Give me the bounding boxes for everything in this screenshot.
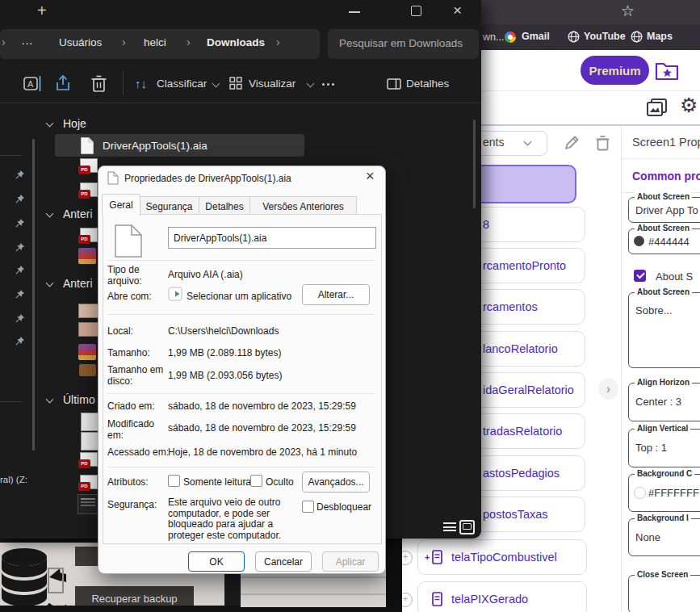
file-icon-image[interactable] (78, 304, 99, 318)
screen-item[interactable]: + telaTipoCombustivel (417, 539, 587, 575)
details-button-label[interactable]: Detalhes (406, 78, 449, 90)
file-icon-thumbnail[interactable] (78, 494, 99, 514)
opens-with-value: Selecionar um aplicativo (187, 291, 291, 302)
location-label: Local: (107, 325, 133, 337)
new-tab-button[interactable]: + (37, 2, 47, 20)
delete-trash-icon[interactable] (595, 135, 610, 152)
created-value: sábado, 18 de novembro de 2023, 15:29:59 (168, 400, 356, 412)
pin-icon[interactable] (15, 194, 25, 204)
pin-icon[interactable] (15, 170, 25, 180)
more-options-icon[interactable] (322, 83, 334, 86)
settings-gear-icon[interactable]: ⚙ (680, 94, 698, 117)
property-field-about-title[interactable]: About Screen Driver App To (628, 197, 700, 223)
breadcrumb-ellipsis[interactable]: … (21, 33, 33, 47)
color-swatch-dark (634, 236, 644, 246)
property-field-background-image[interactable]: Background I None (628, 518, 700, 556)
pin-icon[interactable] (15, 313, 25, 324)
divider (107, 393, 375, 394)
file-icon-document[interactable] (81, 413, 99, 431)
file-icon-box[interactable] (79, 364, 96, 376)
google-icon-center (508, 35, 513, 40)
property-field-close-screen[interactable]: Close Screen (628, 575, 700, 612)
breadcrumb-item-usuarios[interactable]: Usuários (59, 36, 102, 48)
sort-button-label[interactable]: Classificar (157, 78, 207, 90)
list-view-icon[interactable] (443, 522, 456, 532)
pin-icon[interactable] (15, 218, 25, 228)
close-button[interactable]: × (453, 2, 462, 19)
pin-icon[interactable] (15, 242, 25, 253)
navpane-divider (0, 401, 22, 402)
bookmark-item-youtube[interactable]: YouTube (584, 31, 626, 42)
property-field-about-description[interactable]: About Screen Sobre... (628, 292, 700, 368)
opens-with-label: Abre com: (107, 291, 152, 302)
group-collapse-icon[interactable] (46, 210, 54, 218)
filelist-scrollbar[interactable] (473, 119, 476, 208)
file-icon-pdf[interactable]: PD (78, 452, 98, 470)
bookmark-star-icon[interactable]: ☆ (621, 2, 635, 20)
unblock-checkbox[interactable] (302, 501, 314, 513)
file-icon-pdf[interactable]: PD (78, 228, 98, 245)
panel-vertical-divider (621, 126, 622, 612)
file-icon-archive[interactable] (78, 344, 96, 360)
property-field-align-horizontal[interactable]: Align Horizon Center : 3 (628, 383, 700, 421)
cancel-button[interactable]: Cancelar (255, 551, 312, 572)
view-button-label[interactable]: Visualizar (249, 78, 296, 90)
gallery-icon[interactable] (646, 98, 668, 118)
navpane-divider (0, 155, 22, 156)
pin-icon[interactable] (15, 336, 25, 346)
group-collapse-icon[interactable] (46, 279, 54, 287)
file-type-icon (114, 224, 143, 258)
group-header-today[interactable]: Hoje (63, 117, 86, 130)
file-icon-image[interactable] (78, 322, 99, 337)
breadcrumb-item-helci[interactable]: helci (144, 36, 166, 48)
file-icon-pdf[interactable]: PD (78, 475, 98, 493)
dialog-close-icon[interactable]: × (366, 168, 375, 185)
group-collapse-icon[interactable] (46, 396, 54, 404)
bookmark-item-maps[interactable]: Maps (647, 31, 673, 42)
property-field-align-vertical[interactable]: Align Vertical Top : 1 (628, 429, 700, 467)
hidden-label: Oculto (266, 476, 294, 488)
apply-button[interactable]: Aplicar (322, 551, 379, 572)
minimize-button[interactable] (349, 11, 360, 13)
group-header-last[interactable]: Último (63, 393, 95, 406)
breadcrumb-back-icon[interactable]: › (2, 36, 6, 48)
delete-trash-icon[interactable] (90, 74, 107, 93)
pin-icon[interactable] (15, 289, 25, 300)
sidebar-drive-label[interactable]: ral) (Z: (0, 475, 27, 484)
tab-geral[interactable]: Geral (102, 194, 140, 216)
project-folder-star-icon[interactable] (655, 60, 680, 82)
filename-input[interactable]: DriverAppTools(1).aia (168, 227, 376, 249)
group-header-earlier[interactable]: Anteri (63, 207, 93, 220)
bookmark-item-truncated[interactable]: wn... (483, 31, 504, 43)
ok-button[interactable]: OK (188, 551, 245, 572)
screen-item[interactable]: telaPIXGerado (417, 581, 587, 612)
breadcrumb-separator-icon: › (187, 36, 191, 48)
file-icon-pdf[interactable]: PD (78, 182, 98, 200)
readonly-checkbox[interactable] (168, 475, 180, 487)
panel-expand-button[interactable]: › (598, 378, 618, 400)
selected-file-name[interactable]: DriverAppTools(1).aia (103, 140, 207, 152)
common-properties-tab[interactable]: Common prop (632, 170, 700, 182)
share-icon[interactable] (54, 74, 73, 93)
file-icon-pdf[interactable]: PD (78, 158, 98, 176)
premium-button[interactable]: Premium (581, 56, 649, 85)
maximize-button[interactable] (411, 6, 421, 16)
navpane-scrollbar[interactable] (32, 139, 35, 451)
rename-icon[interactable]: A (23, 75, 43, 92)
large-icons-view-icon[interactable] (459, 520, 475, 534)
size-on-disk-value: 1,99 MB (2.093.056 bytes) (168, 370, 282, 381)
pin-icon[interactable] (15, 265, 25, 275)
property-field-accent-color[interactable]: About Screen #444444 (628, 228, 700, 254)
accessed-label: Acessado em: (107, 446, 169, 458)
property-field-background-color[interactable]: Background C #FFFFFFF (628, 474, 700, 512)
file-icon-archive[interactable] (78, 248, 96, 264)
breadcrumb-item-downloads[interactable]: Downloads (207, 36, 265, 48)
advanced-button[interactable]: Avançados... (302, 472, 370, 493)
change-app-button[interactable]: Alterar... (302, 284, 370, 305)
bookmark-item-gmail[interactable]: Gmail (522, 31, 550, 42)
file-icon-document[interactable] (81, 432, 99, 451)
group-header-earlier[interactable]: Anteri (63, 277, 93, 290)
edit-pencil-icon[interactable] (564, 135, 580, 151)
group-collapse-icon[interactable] (46, 119, 54, 128)
hidden-checkbox[interactable] (250, 475, 262, 487)
